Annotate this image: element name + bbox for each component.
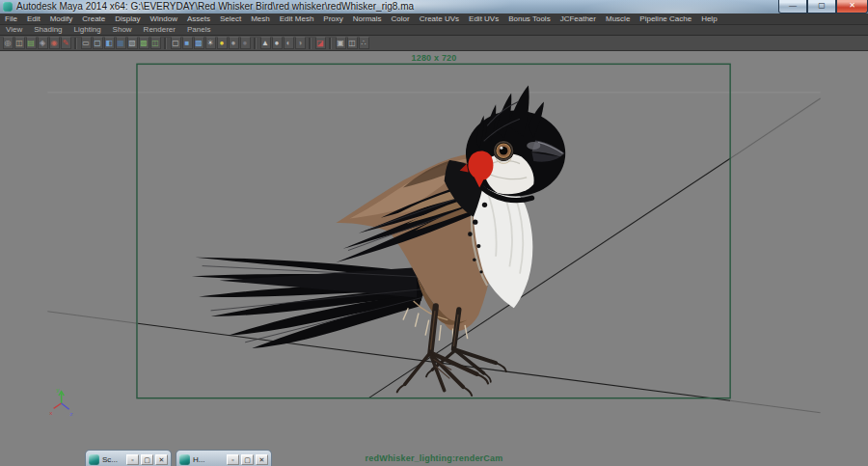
panel-menu-shading[interactable]: Shading — [28, 25, 68, 35]
svg-text:z: z — [70, 410, 73, 417]
shadows-icon[interactable]: ● — [229, 37, 239, 49]
menu-item-proxy[interactable]: Proxy — [318, 14, 347, 24]
toolbar-separator — [74, 38, 77, 49]
toolbar-separator — [309, 38, 312, 49]
texture-ball-icon[interactable]: ◑ — [295, 37, 306, 49]
grease-pencil-icon[interactable]: ✎ — [61, 37, 71, 49]
toolbar-separator — [254, 38, 257, 49]
menu-item-pipeline-cache[interactable]: Pipeline Cache — [635, 14, 696, 24]
menu-item-jcfeather[interactable]: JCFeather — [556, 14, 601, 24]
panel-window-title: Sc... — [102, 455, 124, 464]
fill-mode-icon[interactable]: ◫ — [150, 37, 161, 49]
menu-item-window[interactable]: Window — [146, 14, 182, 24]
film-gate-icon[interactable]: ▭ — [81, 37, 92, 49]
viewport-scene: y x z — [0, 51, 868, 466]
menu-item-file[interactable]: File — [0, 14, 22, 24]
specular-ball-icon[interactable]: ◐ — [284, 37, 294, 49]
menu-item-bonus-tools[interactable]: Bonus Tools — [503, 14, 555, 24]
2d-pan-zoom-icon[interactable]: ◉ — [49, 37, 60, 49]
svg-text:x: x — [49, 409, 53, 416]
maximize-button[interactable]: ▢ — [807, 0, 836, 14]
wireframe-icon[interactable]: ▢ — [171, 37, 181, 49]
bird-eye — [493, 141, 513, 164]
menu-item-assets[interactable]: Assets — [182, 14, 215, 24]
panel-icon-toolbar: ◎◫▤◈◉✎▭▢◧▦▧▩◫▢■▩☀●●●▲●◐◑◪▣◫∴ — [0, 36, 868, 51]
menu-item-edit[interactable]: Edit — [22, 14, 45, 24]
resolution-gate-icon[interactable]: ▢ — [93, 37, 103, 49]
panel-window-icon — [179, 454, 190, 465]
panel-close-button[interactable]: ✕ — [256, 454, 268, 465]
panel-window-title: H... — [193, 455, 225, 464]
toolbar-separator — [329, 38, 332, 49]
material-ball-icon[interactable]: ● — [272, 37, 283, 49]
menu-item-color[interactable]: Color — [387, 14, 415, 24]
panel-close-button[interactable]: ✕ — [155, 454, 168, 465]
panel-menu-bar: ViewShadingLightingShowRendererPanels — [0, 25, 868, 36]
light-cone-icon[interactable]: ▲ — [260, 37, 271, 49]
window-title: Autodesk Maya 2014 x64: G:\EVERYDAY\Red … — [16, 2, 414, 12]
occlusion-icon[interactable]: ● — [240, 37, 251, 49]
plugin-display-icon[interactable]: ∴ — [359, 37, 369, 49]
main-menu-bar: FileEditModifyCreateDisplayWindowAssetsS… — [0, 14, 868, 25]
bookmark-icon[interactable]: ▤ — [26, 37, 37, 49]
maya-application-window: Autodesk Maya 2014 x64: G:\EVERYDAY\Red … — [0, 0, 868, 466]
minimize-button[interactable]: — — [778, 0, 807, 14]
panel-menu-view[interactable]: View — [0, 25, 28, 35]
select-camera-icon[interactable]: ◎ — [3, 37, 14, 49]
panel-window-icon — [89, 454, 99, 465]
menu-item-edit-mesh[interactable]: Edit Mesh — [275, 14, 319, 24]
gate-mask-icon[interactable]: ◧ — [104, 37, 115, 49]
menu-item-normals[interactable]: Normals — [348, 14, 387, 24]
menu-item-help[interactable]: Help — [696, 14, 721, 24]
panel-minimize-button[interactable]: ▫ — [126, 454, 139, 465]
menu-item-edit-uvs[interactable]: Edit UVs — [464, 14, 503, 24]
isolate-select-icon[interactable]: ◪ — [315, 37, 326, 49]
use-all-lights-icon[interactable]: ☀ — [205, 37, 216, 49]
window-controls: — ▢ ✕ — [778, 0, 868, 14]
close-button[interactable]: ✕ — [836, 0, 868, 14]
menu-item-mesh[interactable]: Mesh — [246, 14, 275, 24]
panel-menu-lighting[interactable]: Lighting — [68, 25, 107, 35]
panel-menu-renderer[interactable]: Renderer — [138, 25, 181, 35]
view-axis-indicator: y x z — [49, 386, 72, 417]
safe-title-icon[interactable]: ▩ — [139, 37, 149, 49]
panel-menu-panels[interactable]: Panels — [181, 25, 216, 35]
panel-maximize-button[interactable]: ▢ — [241, 454, 254, 465]
field-chart-icon[interactable]: ▦ — [116, 37, 126, 49]
bird-model[interactable] — [192, 86, 565, 396]
toolbar-separator — [164, 38, 167, 49]
maya-logo-icon — [3, 2, 13, 12]
textured-mode-icon[interactable]: ▩ — [194, 37, 204, 49]
resolution-gate-label: 1280 x 720 — [0, 53, 868, 63]
svg-text:y: y — [56, 386, 60, 393]
panel-menu-show[interactable]: Show — [107, 25, 138, 35]
default-lighting-icon[interactable]: ● — [217, 37, 228, 49]
minimized-panel-hypershade[interactable]: H... ▫ ▢ ✕ — [176, 450, 272, 466]
window-titlebar[interactable]: Autodesk Maya 2014 x64: G:\EVERYDAY\Red … — [0, 0, 868, 14]
menu-item-create[interactable]: Create — [77, 14, 110, 24]
panel-maximize-button[interactable]: ▢ — [141, 454, 153, 465]
menu-item-modify[interactable]: Modify — [45, 14, 78, 24]
panel-minimize-button[interactable]: ▫ — [227, 454, 239, 465]
xray-joints-icon[interactable]: ◫ — [347, 37, 358, 49]
minimized-panel-sculpt[interactable]: Sc... ▫ ▢ ✕ — [85, 450, 172, 466]
xray-icon[interactable]: ▣ — [336, 37, 346, 49]
shaded-mode-icon[interactable]: ■ — [182, 37, 193, 49]
safe-action-icon[interactable]: ▧ — [127, 37, 138, 49]
menu-item-muscle[interactable]: Muscle — [601, 14, 635, 24]
render-viewport[interactable]: y x z 1280 x 720 redWhisker_lighting:ren… — [0, 51, 868, 466]
menu-item-select[interactable]: Select — [215, 14, 246, 24]
image-plane-icon[interactable]: ◈ — [38, 37, 48, 49]
menu-item-display[interactable]: Display — [110, 14, 145, 24]
menu-item-create-uvs[interactable]: Create UVs — [415, 14, 464, 24]
camera-attributes-icon[interactable]: ◫ — [14, 37, 25, 49]
